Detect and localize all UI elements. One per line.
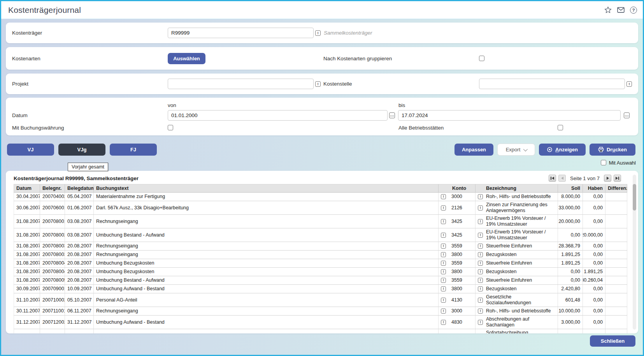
datum-von-input[interactable]: [168, 110, 388, 121]
anzeigen-button[interactable]: Anzeigen: [539, 144, 586, 156]
exclamation-icon[interactable]: !: [441, 333, 446, 334]
table-row[interactable]: 31.08.2007 200708005 20.08.2007 Umbuchun…: [14, 276, 627, 285]
cell-haben: 0,00: [583, 307, 605, 315]
exclamation-icon[interactable]: !: [478, 205, 483, 210]
ellipsis-datepicker-icon[interactable]: …: [624, 112, 630, 118]
exclamation-icon[interactable]: !: [441, 298, 446, 303]
exclamation-icon[interactable]: !: [478, 333, 483, 334]
exclamation-icon[interactable]: !: [478, 320, 483, 325]
help-icon[interactable]: ?: [630, 6, 637, 14]
column-header-soll[interactable]: Soll: [558, 184, 583, 193]
cell-buchungstext: Personal AG-Anteil: [94, 293, 439, 307]
exclamation-icon[interactable]: !: [441, 244, 446, 249]
exclamation-icon[interactable]: !: [441, 233, 446, 238]
exclamation-icon[interactable]: !: [478, 252, 483, 257]
exclamation-icon[interactable]: !: [478, 233, 483, 238]
exclamation-icon[interactable]: !: [441, 261, 446, 266]
kostentraeger-input[interactable]: [168, 28, 314, 38]
schliessen-button[interactable]: Schließen: [590, 335, 635, 347]
table-row[interactable]: 31.08.2007 200708003 20.08.2007 Rechnung…: [14, 251, 627, 259]
exclamation-icon[interactable]: !: [478, 194, 483, 199]
exclamation-icon[interactable]: !: [478, 244, 483, 249]
vjg-button[interactable]: VJg: [58, 144, 105, 156]
exclamation-icon[interactable]: !: [441, 252, 446, 257]
column-header-buchungstext[interactable]: Buchungstext: [94, 184, 439, 193]
column-header-bezeichnung[interactable]: Bezeichnung: [476, 184, 558, 193]
drucken-label: Drucken: [607, 147, 627, 153]
exclamation-icon[interactable]: !: [315, 81, 321, 87]
exclamation-icon[interactable]: !: [478, 298, 483, 303]
table-row[interactable]: 31.12.2007 200712003 31.12.2007 Umbuchun…: [14, 329, 627, 333]
scrollbar-thumb[interactable]: [633, 184, 636, 210]
mail-icon[interactable]: [617, 6, 625, 14]
exclamation-icon[interactable]: !: [478, 261, 483, 266]
exclamation-icon[interactable]: !: [441, 194, 446, 199]
table-row[interactable]: 31.08.2007 200708003 20.08.2007 Rechnung…: [14, 242, 627, 251]
table-row[interactable]: 30.06.2007 200706001 01.06.2007 Darl. 56…: [14, 201, 627, 215]
drucken-button[interactable]: Drucken: [590, 144, 635, 156]
kostentraegerjournal-window: { "page": { "title": "Kostenträgerjourna…: [0, 0, 644, 356]
exclamation-icon[interactable]: !: [441, 219, 446, 224]
buchungswaehrung-checkbox[interactable]: [168, 125, 173, 130]
exclamation-icon[interactable]: !: [478, 269, 483, 274]
exclamation-icon[interactable]: !: [441, 320, 446, 325]
ellipsis-datepicker-icon[interactable]: …: [389, 112, 395, 118]
exclamation-icon[interactable]: !: [441, 278, 446, 283]
cell-belegdatum: 20.08.2007: [65, 242, 94, 250]
projekt-label: Projekt: [12, 81, 168, 87]
column-header-haben[interactable]: Haben: [583, 184, 605, 193]
column-header-konto[interactable]: Konto: [439, 184, 476, 193]
anpassen-button[interactable]: Anpassen: [454, 144, 493, 156]
auswaehlen-button[interactable]: Auswählen: [168, 53, 205, 64]
betriebsstaetten-checkbox[interactable]: [558, 125, 563, 130]
first-page-button[interactable]: [549, 175, 556, 182]
table-row[interactable]: 31.08.2007 200708002 03.08.2007 Umbuchun…: [14, 228, 627, 242]
column-header-differenz[interactable]: Differenz: [605, 184, 627, 193]
table-row[interactable]: 31.08.2007 200708004 20.08.2007 Umbuchun…: [14, 268, 627, 276]
column-header-belegnr[interactable]: Belegnr.: [40, 184, 65, 193]
exclamation-icon[interactable]: !: [441, 286, 446, 291]
cell-belegdatum: 05.10.2007: [65, 293, 94, 307]
exclamation-icon[interactable]: !: [626, 81, 632, 87]
favorite-star-icon[interactable]: [604, 6, 612, 14]
kostenstelle-input[interactable]: [479, 79, 625, 89]
title-bar: Kostenträgerjournal ?: [1, 1, 643, 19]
table-row[interactable]: 31.08.2007 200708001 03.08.2007 Rechnung…: [14, 215, 627, 228]
datum-bis-input[interactable]: [398, 110, 621, 121]
cell-bezeichnung: ! Roh-, Hilfs- und Betriebsstoffe: [476, 307, 558, 315]
table-row[interactable]: 31.12.2007 200712002 31.12.2007 Umbuchun…: [14, 316, 627, 329]
exclamation-icon[interactable]: !: [478, 309, 483, 314]
cell-bezeichnung: ! Bezugskosten: [476, 285, 558, 293]
mit-auswahl-label: Mit Auswahl: [609, 160, 636, 166]
column-header-datum[interactable]: Datum: [14, 184, 40, 193]
column-header-belegdatum[interactable]: Belegdatum: [65, 184, 94, 193]
vertical-scrollbar[interactable]: [633, 175, 636, 330]
fj-button[interactable]: FJ: [110, 144, 157, 156]
next-page-button[interactable]: [604, 175, 611, 182]
cell-konto: ! 3559: [439, 242, 476, 250]
projekt-input[interactable]: [168, 79, 314, 89]
export-button[interactable]: Export: [497, 144, 535, 156]
exclamation-icon[interactable]: !: [441, 269, 446, 274]
table-row[interactable]: 30.11.2007 200711001 06.11.2007 Rechnung…: [14, 307, 627, 316]
kostentraeger-section: Kostenträger ! Sammelkostenträger: [6, 23, 638, 43]
cell-datum: 31.08.2007: [14, 268, 40, 276]
exclamation-icon[interactable]: !: [478, 286, 483, 291]
table-row[interactable]: 30.04.2007 200704002 05.04.2007 Material…: [14, 193, 627, 201]
cell-haben: 0,00: [583, 329, 605, 333]
table-row[interactable]: 31.10.2007 200710002 05.10.2007 Personal…: [14, 293, 627, 307]
exclamation-icon[interactable]: !: [478, 278, 483, 283]
exclamation-icon[interactable]: !: [478, 219, 483, 224]
cell-soll: 601,48: [558, 293, 583, 307]
gruppieren-checkbox[interactable]: [479, 56, 484, 61]
previous-page-button[interactable]: [558, 175, 566, 182]
last-page-button[interactable]: [614, 175, 621, 182]
mit-auswahl-checkbox[interactable]: [601, 160, 606, 165]
table-row[interactable]: 30.09.2007 200709001 10.09.2007 Umbuchun…: [14, 285, 627, 293]
vj-button[interactable]: VJ: [7, 144, 54, 156]
cell-belegdatum: 06.11.2007: [65, 307, 94, 315]
exclamation-icon[interactable]: !: [315, 30, 321, 36]
table-row[interactable]: 31.08.2007 200708004 20.08.2007 Umbuchun…: [14, 259, 627, 268]
exclamation-icon[interactable]: !: [441, 309, 446, 314]
exclamation-icon[interactable]: !: [441, 205, 446, 210]
